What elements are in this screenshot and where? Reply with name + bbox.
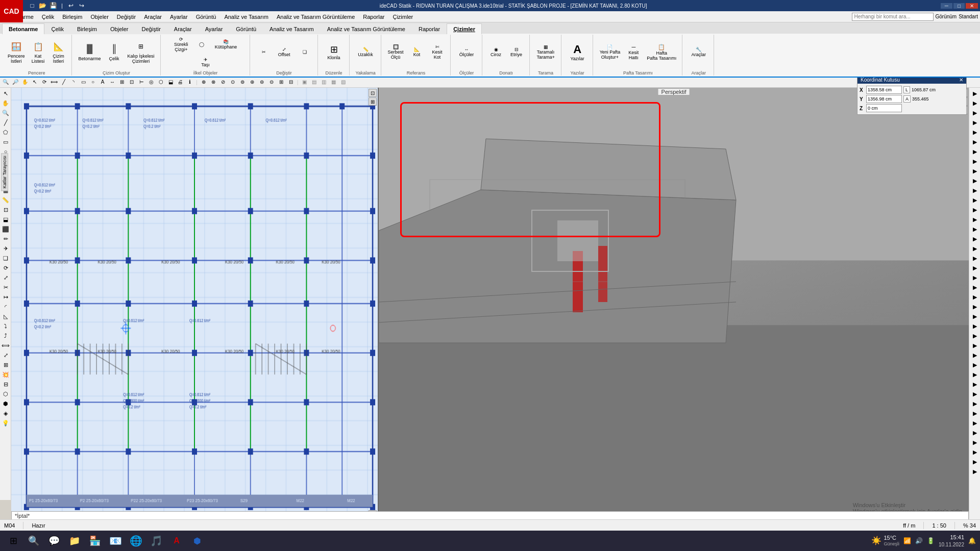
taskbar-browser[interactable]: 🌐 [127, 532, 145, 550]
tool-offset[interactable]: ⤢ [1, 350, 10, 360]
coord-x-l-btn[interactable]: L [903, 86, 910, 93]
taskbar-ideacad[interactable]: ⬢ [188, 532, 206, 550]
btn-betonarme[interactable]: ▐▌ Betonarme [76, 39, 104, 65]
btn-kalip[interactable]: ⊞ Kalıp İşkelesiÇizimleri [125, 39, 157, 65]
btn-tasi[interactable]: ✈ Taşı [196, 55, 215, 69]
menu-analiz-goruntu[interactable]: Analiz ve Tasarım Görüntüleme [273, 13, 359, 21]
rt-btn28[interactable]: ▶ [970, 350, 979, 360]
rt-btn32[interactable]: ▶ [970, 389, 979, 398]
tb-snap[interactable]: ⊡ [127, 78, 136, 87]
btn-etriye[interactable]: ⊟ Etriye [507, 45, 526, 59]
tool-lights[interactable]: 💡 [1, 418, 10, 428]
coord-y-a-btn[interactable]: A [903, 95, 911, 103]
btn-kesit-hatti[interactable]: ─ KesitHattı [624, 42, 643, 62]
tb-extra6[interactable]: ⊛ [248, 78, 257, 87]
tool-fillet[interactable]: ◜ [1, 302, 10, 311]
rt-btn27[interactable]: ▶ [970, 341, 979, 350]
tb-extra3[interactable]: ⊘ [218, 78, 228, 87]
tool-rotate[interactable]: ⟳ [1, 263, 10, 272]
tool-join[interactable]: ⤴ [1, 331, 10, 340]
tool-array[interactable]: ⊞ [1, 360, 10, 369]
tool-copy[interactable]: ❏ [1, 254, 10, 263]
tb-extra7[interactable]: ⊜ [257, 78, 266, 87]
menu-ayarlar[interactable]: Ayarlar [166, 13, 192, 21]
2d-view[interactable]: ⊡ ⊞ ⊙ [11, 88, 379, 519]
btn-serbest-olcu[interactable]: 🔲 SerbestÖlçü [385, 43, 406, 61]
katlar-tab[interactable]: Katlar Tarayıcısı [1, 153, 8, 191]
menu-raporlar[interactable]: Raporlar [359, 13, 388, 21]
tb-text[interactable]: A [98, 78, 107, 87]
tb-layer[interactable]: ⬓ [166, 78, 175, 87]
btn-yeni-pafta[interactable]: 📄 Yeni PaftaOluştur+ [597, 43, 623, 61]
rt-btn39[interactable]: ▶ [970, 457, 979, 466]
tb-view2[interactable]: ▤ [310, 78, 319, 87]
tab-analiz-g[interactable]: Analiz ve Tasarım Görüntüleme [321, 23, 412, 34]
rt-btn24[interactable]: ▶ [970, 312, 979, 321]
tb-mirror[interactable]: ⟺ [50, 78, 59, 87]
rt-btn17[interactable]: ▶ [970, 244, 979, 253]
tb-extra10[interactable]: ⊟ [286, 78, 296, 87]
tb-rect[interactable]: ▭ [79, 78, 88, 87]
tool-block[interactable]: ⬛ [1, 224, 10, 234]
weather-widget[interactable]: ☀️ 15°C Güneşli [871, 535, 899, 547]
rt-btn37[interactable]: ▶ [970, 438, 979, 447]
tab-analiz[interactable]: Analiz ve Tasarım [263, 23, 321, 34]
rt-btn25[interactable]: ▶ [970, 321, 979, 331]
tb-select[interactable]: ↖ [30, 78, 39, 87]
menu-objeler[interactable]: Objeler [86, 13, 112, 21]
tool-break[interactable]: ⤵ [1, 321, 10, 331]
btn-ciroz[interactable]: ◉ Ciroz [486, 45, 506, 59]
tb-pan[interactable]: ✋ [20, 78, 30, 87]
rt-btn40[interactable]: ▶ [970, 467, 979, 476]
menu-analiz[interactable]: Analiz ve Tasarım [220, 13, 273, 21]
tab-degistir[interactable]: Değiştir [135, 23, 167, 34]
new-btn[interactable]: □ [28, 1, 37, 10]
tool-layer[interactable]: ⬓ [1, 215, 10, 224]
rt-btn23[interactable]: ▶ [970, 302, 979, 311]
tb-arc[interactable]: ◝ [69, 78, 78, 87]
tool-explode[interactable]: 💥 [1, 370, 10, 379]
tool-zoom[interactable]: 🔍 [1, 108, 10, 117]
btn-offset[interactable]: ⤢ Offset [275, 45, 294, 59]
btn-sureklicizgi[interactable]: ⟳ SürekliÇizgi+ [172, 35, 191, 54]
tool-scale[interactable]: ⤢ [1, 273, 10, 282]
tab-araclar[interactable]: Araçlar [167, 23, 199, 34]
redo-btn[interactable]: ↪ [77, 1, 86, 10]
rt-btn9[interactable]: ▶ [970, 166, 979, 176]
rt-btn13[interactable]: ▶ [970, 205, 979, 214]
tool-line[interactable]: ╱ [1, 118, 10, 127]
btn-yazilar[interactable]: A Yazılar [568, 41, 587, 63]
tool-3dview[interactable]: ⬢ [1, 399, 10, 408]
tb-3d[interactable]: ⬡ [156, 78, 165, 87]
btn-pencere-istleri[interactable]: 🪟 Pencereİstleri [5, 39, 28, 65]
tab-betonarme[interactable]: Betonarme [2, 23, 44, 34]
taskbar-acrobat[interactable]: A [167, 532, 186, 550]
tb-extra5[interactable]: ⊚ [238, 78, 247, 87]
tb-extra4[interactable]: ⊙ [228, 78, 237, 87]
taskbar-spotify[interactable]: 🎵 [147, 532, 165, 550]
menu-cizimler[interactable]: Çizimler [388, 13, 417, 21]
tb-dim[interactable]: ↔ [108, 78, 117, 87]
coord-x-input[interactable] [866, 86, 902, 94]
btn-arac1[interactable]: 🔧 Araçlar [689, 45, 708, 59]
btn-tarama[interactable]: ▦ TaramalıTarama+ [534, 43, 557, 61]
tb-grid[interactable]: ⊞ [117, 78, 127, 87]
tool-measure[interactable]: 📏 [1, 195, 10, 205]
tb-props[interactable]: ℹ [185, 78, 194, 87]
tb-print[interactable]: 🖨 [176, 78, 185, 87]
tab-objeler[interactable]: Objeler [104, 23, 135, 34]
tool-edit[interactable]: ✏ [1, 234, 10, 243]
tb-zoom-in[interactable]: 🔍 [1, 78, 10, 87]
tool-extend[interactable]: ↦ [1, 292, 10, 302]
tool-trim[interactable]: ✂ [1, 283, 10, 292]
rt-btn19[interactable]: ▶ [970, 263, 979, 272]
menu-birlesim[interactable]: Birleşim [58, 13, 86, 21]
menu-goruntu[interactable]: Görüntü [192, 13, 220, 21]
rt-btn5[interactable]: ▶ [970, 128, 979, 137]
btn-cizim-istleri[interactable]: 📐 Çizimİstleri [49, 39, 68, 65]
taskbar-store[interactable]: 🏪 [86, 532, 104, 550]
rt-btn15[interactable]: ▶ [970, 224, 979, 234]
menu-celik[interactable]: Çelik [38, 13, 58, 21]
rt-btn34[interactable]: ▶ [970, 409, 979, 418]
tb-rotate[interactable]: ⟳ [40, 78, 49, 87]
